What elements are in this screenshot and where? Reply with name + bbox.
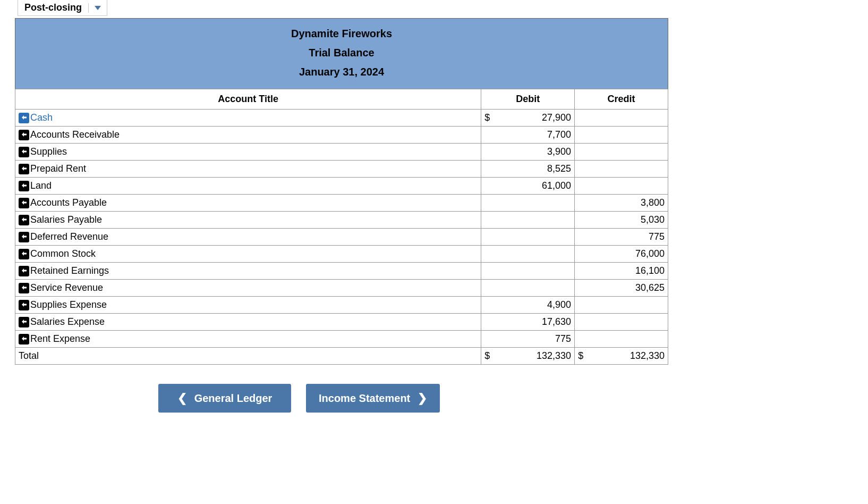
debit-value: 775 [555,333,571,344]
undo-icon[interactable] [19,266,29,276]
debit-cell[interactable]: $27,900 [481,110,575,127]
credit-cell[interactable] [575,144,668,161]
next-button[interactable]: Income Statement ❯ [306,384,440,413]
credit-value: 775 [649,231,665,242]
table-row: Service Revenue30,625 [15,280,668,297]
total-row: Total$132,330$132,330 [15,348,668,365]
table-row: Accounts Receivable7,700 [15,127,668,144]
tab-label: Post-closing [18,0,88,15]
total-label: Total [19,350,39,361]
undo-icon[interactable] [19,147,29,157]
credit-cell[interactable] [575,127,668,144]
credit-cell[interactable] [575,110,668,127]
credit-cell[interactable] [575,314,668,331]
account-title: Rent Expense [30,333,90,345]
debit-value: 3,900 [547,146,571,157]
table-row: Common Stock76,000 [15,246,668,263]
account-title: Retained Earnings [30,265,109,276]
debit-cell[interactable] [481,263,575,280]
trial-balance-table: Account Title Debit Credit Cash$27,900Ac… [15,89,668,365]
credit-cell[interactable] [575,297,668,314]
table-row: Salaries Payable5,030 [15,212,668,229]
account-title[interactable]: Cash [30,112,53,123]
undo-icon[interactable] [19,164,29,174]
undo-icon[interactable] [19,334,29,345]
currency-symbol: $ [484,350,490,362]
tab-selector[interactable]: Post-closing [18,0,107,16]
undo-icon[interactable] [19,283,29,293]
credit-cell[interactable] [575,178,668,195]
account-title: Common Stock [30,248,96,259]
col-header-title: Account Title [15,89,481,110]
svg-marker-0 [95,6,101,10]
table-row: Salaries Expense17,630 [15,314,668,331]
credit-value: 3,800 [641,197,665,208]
table-row: Cash$27,900 [15,110,668,127]
credit-cell[interactable]: 5,030 [575,212,668,229]
debit-cell[interactable] [481,246,575,263]
company-name: Dynamite Fireworks [15,24,668,43]
undo-icon[interactable] [19,232,29,242]
debit-value: 4,900 [547,299,571,310]
debit-cell[interactable]: 8,525 [481,161,575,178]
credit-cell[interactable]: 30,625 [575,280,668,297]
undo-icon[interactable] [19,317,29,327]
account-title: Deferred Revenue [30,231,108,242]
credit-cell[interactable] [575,331,668,348]
table-row: Deferred Revenue775 [15,229,668,246]
table-row: Retained Earnings16,100 [15,263,668,280]
debit-cell[interactable]: 4,900 [481,297,575,314]
debit-cell[interactable]: 7,700 [481,127,575,144]
undo-icon[interactable] [19,300,29,310]
chevron-left-icon: ❮ [177,391,187,405]
undo-icon[interactable] [19,113,29,123]
credit-value: 76,000 [635,248,665,259]
col-header-credit: Credit [575,89,668,110]
undo-icon[interactable] [19,130,29,140]
prev-button[interactable]: ❮ General Ledger [158,384,291,413]
debit-cell[interactable]: 61,000 [481,178,575,195]
chevron-down-icon[interactable] [88,3,107,13]
next-button-label: Income Statement [319,392,410,405]
currency-symbol: $ [484,112,490,123]
report-header: Dynamite Fireworks Trial Balance January… [15,18,668,89]
undo-icon[interactable] [19,249,29,259]
credit-value: 5,030 [641,214,665,225]
account-title: Land [30,180,52,191]
table-row: Accounts Payable3,800 [15,195,668,212]
credit-cell[interactable]: 3,800 [575,195,668,212]
total-debit-cell: $132,330 [481,348,575,365]
table-row: Land61,000 [15,178,668,195]
credit-cell[interactable] [575,161,668,178]
account-title: Salaries Expense [30,316,105,327]
currency-symbol: $ [578,350,583,362]
credit-cell[interactable]: 16,100 [575,263,668,280]
debit-value: 61,000 [542,180,571,191]
debit-cell[interactable] [481,195,575,212]
account-title: Supplies [30,146,67,157]
account-title: Salaries Payable [30,214,102,225]
chevron-right-icon: ❯ [418,391,427,405]
debit-cell[interactable]: 775 [481,331,575,348]
table-row: Rent Expense775 [15,331,668,348]
undo-icon[interactable] [19,215,29,225]
undo-icon[interactable] [19,181,29,191]
account-title: Supplies Expense [30,299,107,310]
total-debit-value: 132,330 [537,350,571,361]
table-row: Supplies3,900 [15,144,668,161]
credit-cell[interactable]: 76,000 [575,246,668,263]
debit-cell[interactable] [481,212,575,229]
account-title: Accounts Payable [30,197,107,208]
debit-cell[interactable]: 3,900 [481,144,575,161]
credit-value: 30,625 [635,282,665,293]
debit-cell[interactable] [481,229,575,246]
account-title: Prepaid Rent [30,163,86,174]
debit-value: 8,525 [547,163,571,174]
table-row: Supplies Expense4,900 [15,297,668,314]
account-title: Accounts Receivable [30,129,120,140]
report-name: Trial Balance [15,43,668,62]
debit-cell[interactable]: 17,630 [481,314,575,331]
undo-icon[interactable] [19,198,29,208]
debit-cell[interactable] [481,280,575,297]
credit-cell[interactable]: 775 [575,229,668,246]
